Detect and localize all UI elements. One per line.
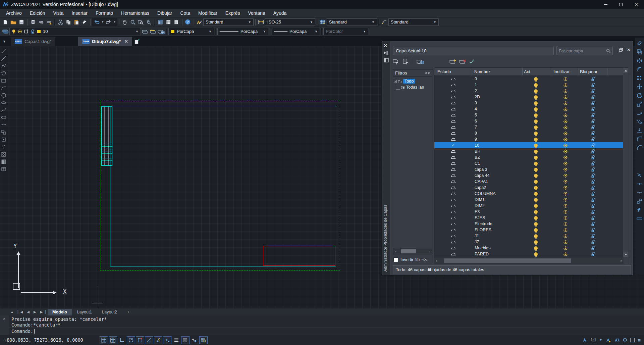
col-act[interactable]: Act (524, 69, 530, 74)
copy-tool-icon[interactable] (637, 49, 642, 55)
paste-button[interactable] (72, 18, 80, 26)
ellipse-tool-icon[interactable] (1, 115, 6, 120)
layer-row[interactable]: ✓ capa2 (434, 185, 624, 191)
tab-layout2[interactable]: Layout2 (97, 309, 121, 315)
layer-lock-toggle[interactable] (579, 221, 607, 226)
layer-combo[interactable]: 10 ▼ (9, 28, 141, 35)
layer-row[interactable]: ✓ 4 (434, 106, 624, 112)
zoom-window-button[interactable] (137, 18, 145, 26)
scale-tool-icon[interactable] (637, 101, 642, 107)
layer-lock-toggle[interactable] (579, 161, 607, 166)
layer-lock-toggle[interactable] (579, 137, 607, 142)
line-tool-icon[interactable] (1, 48, 6, 54)
layer-on-toggle[interactable] (520, 77, 552, 81)
panel-close-button[interactable]: ✕ (627, 47, 631, 52)
layer-freeze-toggle[interactable] (552, 222, 579, 226)
layer-on-toggle[interactable] (520, 107, 552, 111)
mleader-style-combo[interactable]: Standard ▼ (388, 18, 439, 26)
ellipse-arc-tool-icon[interactable] (1, 122, 6, 128)
doc-tab-dibujo7[interactable]: DWG Dibujo7.dwg* ✕ (78, 37, 132, 46)
revcloud-tool-icon[interactable] (1, 100, 6, 105)
polygon-tool-icon[interactable] (1, 70, 6, 76)
col-estado[interactable]: Estado (437, 69, 451, 74)
cut-button[interactable] (56, 18, 64, 26)
scale-dropdown-icon[interactable]: ▼ (599, 338, 602, 342)
make-block-tool-icon[interactable] (1, 137, 6, 142)
layer-row[interactable]: ✓ 1 (434, 82, 624, 88)
layer-freeze-toggle[interactable] (552, 89, 579, 93)
layer-lock-toggle[interactable] (579, 173, 607, 178)
invert-filter-checkbox[interactable] (393, 257, 398, 262)
layer-row[interactable]: ✓ 8 (434, 130, 624, 136)
layer-lock-toggle[interactable] (579, 203, 607, 208)
menu-dibujar[interactable]: Dibujar (153, 10, 176, 16)
layer-row[interactable]: ✓ 9 (434, 136, 624, 142)
move-tool-icon[interactable] (637, 84, 642, 90)
close-button[interactable]: × (629, 0, 644, 9)
layer-lock-toggle[interactable] (579, 197, 607, 202)
layer-freeze-toggle[interactable] (552, 107, 579, 111)
scroll-down-button[interactable] (623, 252, 628, 257)
layer-freeze-toggle[interactable] (552, 228, 579, 232)
panel-float-icon[interactable] (619, 48, 623, 52)
chamfer-tool-icon[interactable] (637, 145, 642, 151)
menu-edicion[interactable]: Edición (26, 10, 49, 16)
layer-row[interactable]: ✓ 0 (434, 76, 624, 82)
layer-on-toggle[interactable] (520, 234, 552, 238)
layer-row[interactable]: ✓ C1 (434, 160, 624, 166)
layer-on-toggle[interactable] (520, 156, 552, 159)
dyn-input-toggle[interactable] (154, 336, 162, 344)
redo-button[interactable] (105, 18, 113, 26)
menu-modificar[interactable]: Modificar (194, 10, 221, 16)
scroll-left-icon[interactable]: ‹ (393, 249, 398, 253)
filters-hscrollbar[interactable]: ‹ › (393, 248, 432, 254)
doc-tab-capas1[interactable]: DWG Capas1.dwg* (11, 37, 55, 46)
layer-freeze-toggle[interactable] (552, 180, 579, 184)
annotation-autoscale-icon[interactable] (614, 338, 620, 342)
layer-freeze-toggle[interactable] (552, 149, 579, 154)
layer-freeze-toggle[interactable] (552, 137, 579, 142)
layer-freeze-toggle[interactable] (552, 101, 579, 105)
layer-lock-toggle[interactable] (579, 113, 607, 117)
layer-row[interactable]: ✓ 5 (434, 112, 624, 118)
point-add-toggle[interactable] (190, 336, 199, 344)
layer-lock-toggle[interactable] (579, 95, 607, 99)
layer-on-toggle[interactable] (520, 186, 552, 190)
filter-node-todo[interactable]: − Todo (394, 78, 431, 84)
command-line-panel[interactable]: ✕ Precise esquina opuesta: *cancelar* Co… (0, 315, 644, 335)
layer-row[interactable]: ✓ BH (434, 148, 624, 154)
save-button[interactable] (17, 18, 25, 26)
layer-row[interactable]: ✓ 2D (434, 94, 624, 100)
filter-node-todas[interactable]: Todas las (394, 84, 431, 90)
layer-freeze-toggle[interactable] (552, 210, 579, 214)
arc-tool-icon[interactable] (1, 85, 6, 91)
layer-on-toggle[interactable] (520, 83, 552, 87)
polar-toggle[interactable] (127, 336, 135, 344)
ortho-toggle[interactable] (118, 336, 126, 344)
layer-lock-toggle[interactable] (579, 240, 607, 244)
layer-previous-button[interactable] (149, 28, 157, 36)
lineweight-toggle[interactable] (172, 336, 180, 344)
scroll-left-icon[interactable]: ‹ (434, 258, 439, 263)
layer-row[interactable]: ✓ capa 3 (434, 166, 624, 172)
layer-freeze-toggle[interactable] (552, 131, 579, 136)
layer-freeze-toggle[interactable] (552, 252, 579, 256)
maximize-button[interactable] (613, 0, 629, 9)
layer-on-toggle[interactable] (520, 228, 552, 232)
align-tool-icon[interactable] (637, 198, 642, 204)
layer-on-toggle[interactable] (520, 240, 552, 244)
layer-on-toggle[interactable] (520, 210, 552, 214)
publish-button[interactable] (45, 18, 53, 26)
layer-lock-toggle[interactable] (579, 185, 607, 190)
join-tool-icon[interactable] (637, 181, 642, 187)
layer-lock-toggle[interactable] (579, 77, 607, 81)
pan-button[interactable] (121, 18, 129, 26)
new-property-filter-icon[interactable] (393, 59, 400, 64)
layer-row[interactable]: ✓ FLORES (434, 227, 624, 233)
polyline-tool-icon[interactable] (1, 63, 6, 68)
erase-tool-icon[interactable] (637, 40, 642, 46)
scrollbar-thumb[interactable] (401, 249, 416, 253)
layer-on-toggle[interactable] (520, 216, 552, 220)
hatch-preview-toggle[interactable] (181, 336, 190, 344)
layer-row[interactable]: ✓ BZ (434, 154, 624, 160)
